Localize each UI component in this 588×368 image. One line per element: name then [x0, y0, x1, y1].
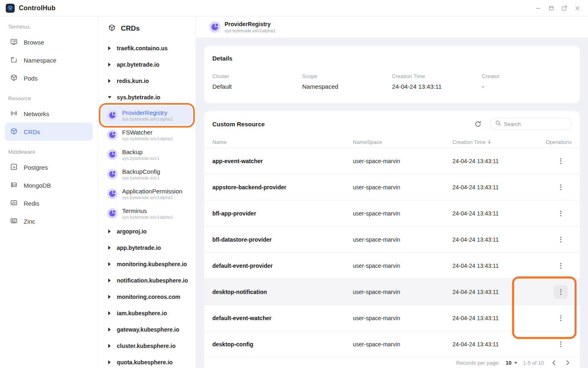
sidebar-item-pods[interactable]: Pods [5, 69, 93, 87]
chevron-down-icon [108, 96, 111, 99]
cr-creation-time: 24-04-24 13:43:11 [452, 184, 523, 191]
sidebar-item-crds[interactable]: CRDs [5, 123, 93, 141]
crd-item-name: ProviderRegistry [122, 109, 173, 117]
custom-resource-card: Custom Resource Name NameSpace Creation … [204, 111, 580, 368]
sidebar-item-namespace[interactable]: Namespace [5, 51, 93, 69]
sidebar-item-browse[interactable]: Browse [5, 33, 93, 51]
detail-field-creation-time: Creation Time 24-04-24 13:43:11 [392, 73, 482, 90]
crd-panel-title: CRDs [121, 25, 140, 33]
crd-group-redis-kun[interactable]: redis.kun.io [98, 73, 196, 89]
field-label: Scope [302, 73, 392, 79]
crd-group-argoproj[interactable]: argoproj.io [98, 223, 196, 240]
close-icon[interactable] [572, 3, 582, 13]
field-value: - [482, 83, 572, 90]
cr-namespace: user-space-marvin [353, 210, 452, 217]
row-actions-button[interactable] [554, 180, 568, 194]
networks-icon [10, 109, 18, 119]
table-row[interactable]: bfl-app-provider user-space-marvin 24-04… [204, 200, 580, 227]
row-actions-button[interactable] [554, 154, 568, 168]
crd-item-backupconfig[interactable]: BackupConfigsys.bytetrade.io/v1 [101, 164, 192, 184]
chevron-right-icon [108, 311, 111, 315]
row-actions-button[interactable] [554, 311, 568, 325]
sidebar: Terminus Browse Namespace Pods Resource … [0, 16, 98, 368]
crd-group-notification-kubesphere[interactable]: notification.kubesphere.io [98, 272, 196, 289]
crd-group-label: iam.kubesphere.io [117, 310, 167, 316]
crd-group-monitoring-coreos[interactable]: monitoring.coreos.com [98, 289, 196, 305]
crd-item-name: Terminus [122, 207, 173, 215]
next-page-button[interactable] [564, 359, 572, 367]
crd-item-applicationpermission[interactable]: ApplicationPermissionsys.bytetrade.io/v1… [101, 184, 192, 204]
sidebar-item-zinc[interactable]: Zinc [5, 212, 93, 230]
table-row[interactable]: default-event-watcher user-space-marvin … [204, 305, 580, 331]
sort-descending-icon [488, 139, 491, 145]
table-row-highlighted[interactable]: desktop-notification user-space-marvin 2… [204, 279, 580, 305]
search-box[interactable] [490, 118, 572, 130]
crd-item-backup[interactable]: Backupsys.bytetrade.io/v1 [101, 145, 192, 164]
cr-creation-time: 24-04-24 13:43:11 [452, 236, 523, 243]
chevron-right-icon [108, 295, 111, 299]
row-actions-button[interactable] [554, 285, 568, 299]
crd-kind-icon [107, 149, 118, 160]
crd-kind-icon [107, 208, 118, 219]
crd-group-label: argoproj.io [117, 228, 147, 235]
search-input[interactable] [504, 121, 566, 127]
cr-namespace: user-space-marvin [353, 315, 452, 321]
sidebar-item-postgres[interactable]: Postgres [5, 158, 93, 176]
detail-header: ProviderRegistry sys.bytetrade.io/v1alph… [196, 16, 588, 38]
field-label: Cluster [212, 73, 302, 79]
kebab-menu-icon [560, 158, 561, 164]
crd-group-monitoring-kubesphere[interactable]: monitoring.kubesphere.io [98, 256, 196, 272]
row-actions-button[interactable] [554, 206, 568, 220]
maximize-icon[interactable] [546, 3, 556, 13]
crd-group-gateway-kubesphere[interactable]: gateway.kubesphere.io [98, 321, 196, 338]
crd-group-traefik[interactable]: traefik.containo.us [98, 40, 196, 56]
chevron-right-icon [108, 79, 111, 83]
crd-group-quota-kubesphere[interactable]: quota.kubesphere.io [98, 354, 196, 368]
table-row[interactable]: appstore-backend-provider user-space-mar… [204, 174, 580, 200]
minimize-icon[interactable] [533, 3, 543, 13]
table-row[interactable]: default-event-provider user-space-marvin… [204, 253, 580, 279]
crd-group-iam-kubesphere[interactable]: iam.kubesphere.io [98, 305, 196, 321]
column-header-namespace: NameSpace [353, 139, 452, 145]
table-row[interactable]: desktop-config user-space-marvin 24-04-2… [204, 331, 580, 357]
crd-group-sys-bytetrade[interactable]: sys.bytetrade.io [98, 89, 196, 105]
per-page-select[interactable]: 10 [506, 360, 517, 366]
sidebar-item-redis[interactable]: Redis [5, 194, 93, 212]
sidebar-section-resource: Resource [0, 91, 98, 105]
cr-name: desktop-notification [212, 289, 353, 295]
kebab-menu-icon [560, 315, 561, 321]
open-external-icon[interactable] [559, 3, 569, 13]
crd-group-app-bytetrade[interactable]: app.bytetrade.io [98, 240, 196, 256]
column-header-creation-time[interactable]: Creation Time [452, 139, 523, 145]
row-actions-button[interactable] [554, 233, 568, 247]
page-title: ProviderRegistry [225, 21, 276, 28]
sidebar-item-label: Zinc [24, 218, 35, 225]
sidebar-item-label: Postgres [24, 164, 48, 171]
crd-group-label: monitoring.coreos.com [117, 294, 180, 300]
table-row[interactable]: app-event-watcher user-space-marvin 24-0… [204, 148, 580, 174]
crd-group-cluster-kubesphere[interactable]: cluster.kubesphere.io [98, 338, 196, 354]
sidebar-item-mongodb[interactable]: MongoDB [5, 176, 93, 194]
field-label: Creation Time [392, 73, 482, 79]
crd-item-terminus[interactable]: Terminussys.bytetrade.io/v1alpha1 [101, 204, 192, 223]
row-actions-button[interactable] [554, 337, 568, 351]
sidebar-item-networks[interactable]: Networks [5, 105, 93, 123]
prev-page-button[interactable] [550, 359, 558, 367]
sidebar-section-terminus: Terminus [0, 20, 98, 33]
table-header: Name NameSpace Creation Time Operations [204, 137, 580, 148]
chevron-right-icon [108, 344, 111, 348]
crd-item-providerregistry[interactable]: ProviderRegistrysys.bytetrade.io/v1alpha… [101, 105, 192, 125]
crd-group-apr[interactable]: apr.bytetrade.io [98, 56, 196, 73]
crd-item-fswatcher[interactable]: FSWatchersys.bytetrade.io/v1alpha1 [101, 125, 192, 145]
crd-kind-icon [107, 110, 118, 121]
cr-namespace: user-space-marvin [353, 236, 452, 243]
crd-kind-icon [107, 169, 118, 180]
table-row[interactable]: bfl-datastore-provider user-space-marvin… [204, 227, 580, 253]
field-value: Default [212, 83, 302, 90]
crd-item-name: ApplicationPermission [122, 188, 183, 195]
refresh-button[interactable] [473, 119, 483, 129]
crd-group-label: gateway.kubesphere.io [117, 326, 179, 333]
zinc-icon [10, 217, 18, 226]
row-actions-button[interactable] [554, 259, 568, 273]
pods-icon [10, 74, 18, 83]
